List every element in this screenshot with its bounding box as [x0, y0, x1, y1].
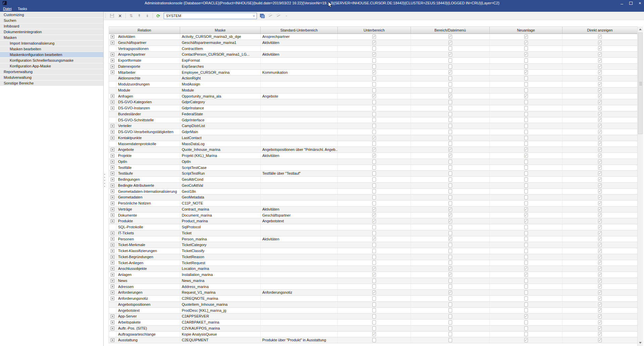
checkbox-bereich-dateimenu[interactable]: [448, 338, 452, 342]
checkbox-bereich-dateimenu[interactable]: [448, 189, 452, 193]
checkbox-neuanlage[interactable]: [524, 207, 528, 212]
checkbox-direkt-anzeigen[interactable]: [598, 165, 602, 170]
table-row[interactable]: PersonenPerson_marinaAktivitäten: [109, 236, 638, 242]
table-row[interactable]: MitarbeiterEmployee_CURSOR_marinaKommuni…: [109, 70, 638, 76]
expand-icon[interactable]: [111, 35, 114, 39]
checkbox-neuanlage[interactable]: [524, 124, 528, 128]
checkbox-unterbereich[interactable]: [372, 52, 376, 57]
checkbox-neuanlage[interactable]: [524, 332, 528, 336]
checkbox-unterbereich[interactable]: [372, 249, 376, 253]
checkbox-bereich-dateimenu[interactable]: [448, 255, 452, 259]
expand-icon[interactable]: [111, 59, 114, 62]
sidebar-item-dokumentenintegration[interactable]: Dokumentenintegration: [0, 29, 103, 35]
checkbox-bereich-dateimenu[interactable]: [448, 46, 452, 51]
checkbox-neuanlage[interactable]: [524, 100, 528, 104]
checkbox-neuanlage[interactable]: [524, 165, 528, 170]
checkbox-neuanlage[interactable]: [524, 219, 528, 223]
table-row[interactable]: BundesländerFederalState: [109, 111, 638, 117]
checkbox-unterbereich[interactable]: [372, 201, 376, 206]
expand-icon[interactable]: [111, 172, 114, 175]
checkbox-bereich-dateimenu[interactable]: [448, 177, 452, 182]
table-row[interactable]: AnsprechpartnerContactPerson_CURSOR_mari…: [109, 52, 638, 58]
table-row[interactable]: AnlagenInstallation_marina: [109, 272, 638, 278]
table-row[interactable]: NewsNews_marina: [109, 278, 638, 284]
checkbox-direkt-anzeigen[interactable]: [598, 213, 602, 217]
checkbox-unterbereich[interactable]: [372, 130, 376, 134]
table-row[interactable]: AngebotstextProdDesc [KKL]_marina_jg: [109, 308, 638, 314]
table-row[interactable]: ArbeitspaketeC2ARBPAKET_marina: [109, 320, 638, 326]
checkbox-bereich-dateimenu[interactable]: [448, 35, 452, 39]
column-header-maske[interactable]: Maske: [180, 27, 261, 34]
checkbox-neuanlage[interactable]: [524, 195, 528, 199]
table-row[interactable]: DS-GVO-KategorienGdprCategory: [109, 99, 638, 105]
splitter-handle[interactable]: [104, 174, 105, 189]
table-row[interactable]: AngeboteQuote_Inhouse_marinaAngebotsposi…: [109, 147, 638, 153]
scroll-up-button[interactable]: [638, 26, 643, 32]
sidebar-item-reportverwaltung[interactable]: Reportverwaltung: [0, 69, 103, 74]
checkbox-neuanlage[interactable]: [524, 213, 528, 217]
checkbox-unterbereich[interactable]: [372, 332, 376, 336]
expand-icon[interactable]: [111, 70, 114, 74]
checkbox-unterbereich[interactable]: [372, 82, 376, 86]
expand-icon[interactable]: [111, 279, 114, 283]
expand-icon[interactable]: [111, 53, 114, 56]
checkbox-neuanlage[interactable]: [524, 148, 528, 152]
sidebar-item-suchen[interactable]: Suchen: [0, 18, 103, 23]
checkbox-bereich-dateimenu[interactable]: [448, 82, 452, 86]
checkbox-neuanlage[interactable]: [524, 154, 528, 158]
table-row[interactable]: ExportformateExpFormat: [109, 58, 638, 64]
expand-icon[interactable]: [111, 160, 114, 164]
checkbox-unterbereich[interactable]: [372, 76, 376, 80]
expand-icon[interactable]: [111, 249, 114, 253]
checkbox-bereich-dateimenu[interactable]: [448, 261, 452, 265]
table-row[interactable]: Geometadaten-InternationalisierungGeoI18…: [109, 189, 638, 195]
checkbox-unterbereich[interactable]: [372, 338, 376, 342]
table-row[interactable]: AngebotspositionenQuoteItem_Inhouse_mari…: [109, 302, 638, 308]
column-header-neuanlage[interactable]: Neuanlage: [490, 27, 562, 34]
table-row[interactable]: VerteilerCampDistrList: [109, 123, 638, 129]
checkbox-neuanlage[interactable]: [524, 231, 528, 235]
checkbox-unterbereich[interactable]: [372, 35, 376, 39]
checkbox-unterbereich[interactable]: [372, 267, 376, 271]
expand-icon[interactable]: [111, 130, 114, 134]
checkbox-neuanlage[interactable]: [524, 82, 528, 86]
checkbox-neuanlage[interactable]: [524, 52, 528, 57]
checkbox-neuanlage[interactable]: [524, 308, 528, 312]
checkbox-direkt-anzeigen[interactable]: [598, 308, 602, 312]
checkbox-bereich-dateimenu[interactable]: [448, 249, 452, 253]
move-down-button[interactable]: ↡: [144, 13, 151, 19]
checkbox-unterbereich[interactable]: [372, 64, 376, 69]
checkbox-bereich-dateimenu[interactable]: [448, 308, 452, 312]
table-row[interactable]: DokumenteDocument_marinaGeschäftspartner: [109, 213, 638, 219]
sidebar-item-masken[interactable]: Masken: [0, 35, 103, 40]
expand-icon[interactable]: [111, 154, 114, 158]
checkbox-neuanlage[interactable]: [524, 302, 528, 307]
checkbox-direkt-anzeigen[interactable]: [598, 302, 602, 307]
checkbox-direkt-anzeigen[interactable]: [598, 52, 602, 57]
checkbox-direkt-anzeigen[interactable]: [598, 154, 602, 158]
checkbox-direkt-anzeigen[interactable]: [598, 124, 602, 128]
checkbox-unterbereich[interactable]: [372, 213, 376, 217]
expand-icon[interactable]: [111, 100, 114, 104]
expand-icon[interactable]: [111, 189, 114, 193]
expand-icon[interactable]: [111, 255, 114, 259]
table-row[interactable]: Ticket-AnliegenTicketRequest: [109, 260, 638, 266]
checkbox-unterbereich[interactable]: [372, 255, 376, 259]
checkbox-bereich-dateimenu[interactable]: [448, 52, 452, 57]
checkbox-unterbereich[interactable]: [372, 219, 376, 223]
table-row[interactable]: TestläufeScriptTestRunTestfälle über "Te…: [109, 171, 638, 177]
column-header-relation[interactable]: Relation: [109, 27, 180, 34]
expand-icon[interactable]: [111, 124, 114, 128]
checkbox-bereich-dateimenu[interactable]: [448, 136, 452, 140]
checkbox-neuanlage[interactable]: [524, 136, 528, 140]
checkbox-unterbereich[interactable]: [372, 124, 376, 128]
checkbox-direkt-anzeigen[interactable]: [598, 46, 602, 51]
checkbox-neuanlage[interactable]: [524, 201, 528, 206]
expand-icon[interactable]: [111, 231, 114, 235]
scroll-down-button[interactable]: [638, 340, 643, 346]
table-row[interactable]: OptInOptIn: [109, 159, 638, 165]
checkbox-direkt-anzeigen[interactable]: [598, 195, 602, 199]
table-row[interactable]: SQL-ProtokolleSqlProtocol: [109, 224, 638, 230]
table-row[interactable]: KontaktpunkteLastContact: [109, 135, 638, 141]
sidebar-item-konfiguration-app-maske[interactable]: Konfiguration App-Maske: [0, 63, 103, 69]
